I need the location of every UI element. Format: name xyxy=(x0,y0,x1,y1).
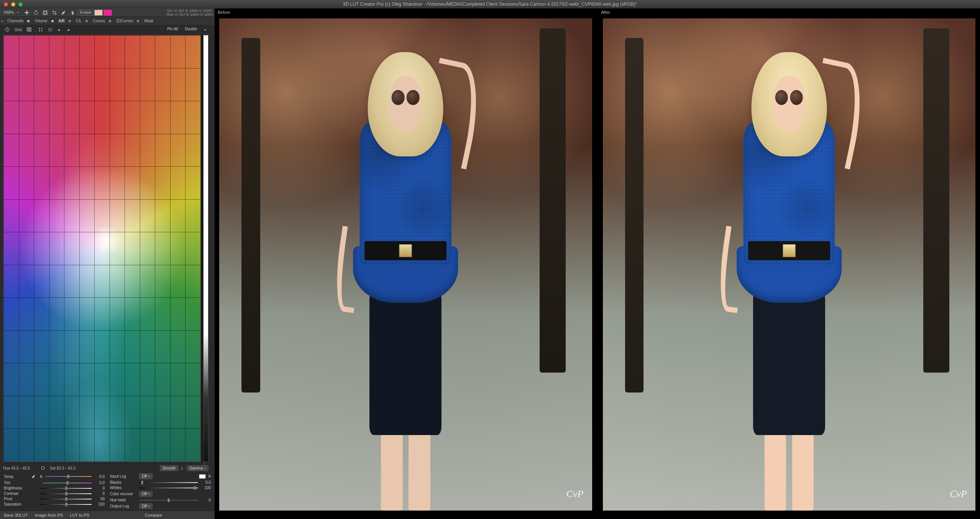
svg-rect-1 xyxy=(44,11,46,14)
tool-hand-icon[interactable] xyxy=(69,10,77,16)
wb-a-label: A xyxy=(40,475,43,479)
svg-point-5 xyxy=(39,30,40,31)
tab-channels[interactable]: Channels xyxy=(4,18,26,24)
saturation-label: Saturation xyxy=(4,502,28,506)
pivot-slider[interactable] xyxy=(41,497,92,501)
brightness-slider[interactable] xyxy=(41,486,92,490)
window-title: 3D LUT Creator Pro (c) Oleg Sharonov - /… xyxy=(0,2,980,7)
color-recover-label: Color recover xyxy=(110,492,137,496)
eyedropper-wb-icon[interactable] xyxy=(30,473,38,480)
input-log-dropdown[interactable]: Off ▾ xyxy=(139,473,153,479)
tab-curves[interactable]: Curves xyxy=(90,18,108,24)
lut-to-ps-button[interactable]: LUT to PS xyxy=(70,513,89,517)
tab-2dcurves[interactable]: 2DCurves xyxy=(113,18,136,24)
grid-increment-icon[interactable]: ▸ xyxy=(65,26,72,33)
pivot-label: Pivot xyxy=(4,497,28,501)
sliders-right-column: Input Log Off ▾ A Blacks 0.0 Whites 100 xyxy=(110,473,211,509)
contrast-value: 0 xyxy=(94,491,105,496)
tint-value: 0.0 xyxy=(94,481,105,485)
hue-twist-label: Hue twist xyxy=(110,498,137,502)
background-swatch[interactable] xyxy=(103,10,112,16)
pin-all-button[interactable]: Pin All xyxy=(165,26,181,33)
whites-value: 100 xyxy=(200,486,211,490)
double-button[interactable]: Double xyxy=(182,26,199,33)
output-log-dropdown[interactable]: Off ▾ xyxy=(139,503,153,509)
hue-twist-value: 0 xyxy=(200,498,211,502)
main: HSPe ▾ Enable Src: H: 317 S: 100% V: 100… xyxy=(0,8,980,519)
output-log-label: Output Log xyxy=(110,504,137,508)
reset-grid-icon[interactable] xyxy=(3,26,11,33)
traffic-lights xyxy=(0,2,23,7)
svg-point-6 xyxy=(41,30,42,31)
left-panel: HSPe ▾ Enable Src: H: 317 S: 100% V: 100… xyxy=(0,8,215,519)
grid-controls: Grid 12 ◂ ▸ Pin All Double ▾ xyxy=(0,25,215,33)
saturation-value: 100 xyxy=(94,502,105,506)
ab-grid-area: ☀ ☾ xyxy=(3,35,208,462)
compare-button[interactable]: Compare xyxy=(96,513,211,517)
save-3dlut-button[interactable]: Save 3DLUT xyxy=(4,513,28,517)
bottom-bar: Save 3DLUT Image from PS LUT to PS Compa… xyxy=(0,511,215,519)
tool-scale-icon[interactable] xyxy=(41,10,49,16)
svg-point-7 xyxy=(41,466,44,470)
grid-menu-icon[interactable]: ▾ xyxy=(202,26,208,33)
temp-value: 0.0 xyxy=(94,475,105,479)
blacks-label: Blacks xyxy=(110,480,137,485)
top-toolbar: HSPe ▾ Enable Src: H: 317 S: 100% V: 100… xyxy=(0,8,215,17)
luminosity-strip[interactable]: ☀ ☾ xyxy=(203,35,208,462)
mode-tabs: ▸ Channels Volume A/B C/L Curves 2DCurve… xyxy=(0,17,215,25)
sliders-panel: Temp. A 0.0 Tint 0.0 Brightness 0 xyxy=(0,472,215,511)
blacks-slider[interactable] xyxy=(139,481,198,485)
zoom-button[interactable] xyxy=(18,2,23,7)
close-button[interactable] xyxy=(4,2,8,7)
blacks-value: 0.0 xyxy=(200,480,211,485)
sliders-left-column: Temp. A 0.0 Tint 0.0 Brightness 0 xyxy=(4,473,105,509)
enable-toggle[interactable]: Enable xyxy=(78,10,94,16)
watermark: CvP xyxy=(566,488,584,500)
tool-crop-icon[interactable] xyxy=(50,10,59,16)
color-model-dropdown[interactable]: HSPe xyxy=(2,10,16,15)
brightness-label: Brightness xyxy=(4,486,28,490)
grid-decrement-icon[interactable]: ◂ xyxy=(55,26,62,33)
tool-eyedropper-icon[interactable] xyxy=(59,10,68,16)
tab-cl[interactable]: C/L xyxy=(73,18,85,24)
ab-color-grid[interactable] xyxy=(3,35,201,462)
image-from-ps-button[interactable]: Image from PS xyxy=(35,513,63,517)
tint-label: Tint xyxy=(4,481,28,485)
grid-size-value[interactable]: 12 xyxy=(48,28,52,32)
white-swatch[interactable] xyxy=(199,474,206,479)
tab-mask[interactable]: Mask xyxy=(141,18,156,24)
temp-slider[interactable] xyxy=(45,475,92,478)
sun-icon: ☀ xyxy=(204,34,207,39)
svg-point-4 xyxy=(41,28,42,29)
tint-slider[interactable] xyxy=(43,481,92,485)
reset-sat-icon[interactable] xyxy=(39,465,47,471)
saturation-slider[interactable] xyxy=(41,503,92,506)
sat-readout: Sat 83.3→83.3 xyxy=(50,466,76,470)
input-log-a-label: A xyxy=(208,474,211,478)
hue-readout: Hue 45.0→45.0 xyxy=(3,466,30,470)
color-recover-dropdown[interactable]: Off ▾ xyxy=(139,491,153,497)
contrast-slider[interactable] xyxy=(41,492,92,496)
whites-slider[interactable] xyxy=(139,486,198,490)
grid-density-icon[interactable] xyxy=(25,26,33,33)
after-label: After xyxy=(601,10,610,15)
tool-rotate-icon[interactable] xyxy=(32,10,40,16)
input-log-label: Input Log xyxy=(110,474,137,478)
hue-twist-slider[interactable] xyxy=(139,498,198,502)
tool-move-icon[interactable] xyxy=(23,10,31,16)
tab-volume[interactable]: Volume xyxy=(31,18,50,24)
l-label: L xyxy=(181,466,184,470)
preview-after[interactable]: After CvP xyxy=(598,8,980,519)
titlebar: 3D LUT Creator Pro (c) Oleg Sharonov - /… xyxy=(0,0,980,8)
foreground-swatch[interactable] xyxy=(94,10,103,16)
whites-label: Whites xyxy=(110,486,137,490)
preview-before[interactable]: Before CvP xyxy=(215,8,597,519)
color-readout: Src: H: 317 S: 100% V: 100% Res: H: 317 … xyxy=(167,9,213,16)
smooth-button[interactable]: Smooth xyxy=(160,465,178,471)
grid-snap-icon[interactable] xyxy=(36,26,45,33)
grid-footer: Hue 45.0→45.0 Sat 83.3→83.3 Smooth L Gam… xyxy=(0,463,215,472)
grid-label: Grid xyxy=(15,28,22,32)
minimize-button[interactable] xyxy=(11,2,15,7)
tab-ab[interactable]: A/B xyxy=(56,18,68,24)
brightness-value: 0 xyxy=(94,486,105,490)
